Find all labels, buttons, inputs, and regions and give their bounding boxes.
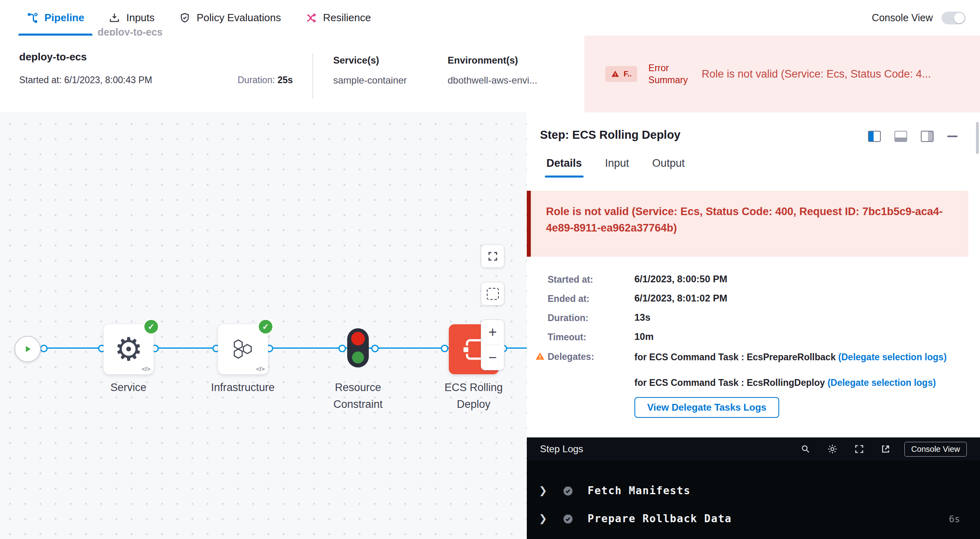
- inputs-icon: [108, 12, 120, 24]
- logs-external-link-icon[interactable]: [880, 444, 891, 454]
- pipeline-icon: [26, 12, 38, 24]
- traffic-light-green-icon: [352, 351, 364, 363]
- code-icon: </>: [142, 365, 150, 372]
- step-panel-title: Step: ECS Rolling Deploy: [540, 128, 680, 142]
- collapse-panel-icon[interactable]: [947, 136, 958, 137]
- log-section-title: Fetch Manifests: [588, 485, 690, 497]
- view-delegate-tasks-logs-button[interactable]: View Delegate Tasks Logs: [634, 397, 779, 418]
- detail-value-started: 6/1/2023, 8:00:50 PM: [634, 273, 727, 285]
- delegate-selection-logs-link[interactable]: (Delegate selection logs): [838, 352, 947, 362]
- services-value[interactable]: sample-container: [333, 75, 407, 86]
- services-label: Service(s): [333, 55, 407, 66]
- tab-inputs-label: Inputs: [126, 12, 155, 24]
- zoom-in-button[interactable]: +: [481, 320, 504, 345]
- pipeline-canvas[interactable]: ⚙ ✓ </> Service ✓ </> Infrastructure Res…: [0, 112, 528, 539]
- canvas-select-button[interactable]: [481, 282, 504, 305]
- step-logs-title: Step Logs: [540, 443, 583, 455]
- tab-pipeline-label: Pipeline: [44, 12, 84, 24]
- chevron-right-icon[interactable]: ❯: [539, 485, 547, 496]
- warning-icon: [611, 70, 620, 78]
- step-error-message: Role is not valid (Service: Ecs, Status …: [527, 191, 968, 257]
- node-resource-constraint[interactable]: [347, 328, 369, 367]
- node-label-resource-constraint: Resource Constraint: [312, 379, 404, 413]
- layout-bottom-fill: [895, 138, 906, 141]
- step-logs-body[interactable]: ❯ Fetch Manifests ❯ Prepare Rollback Dat…: [527, 461, 980, 539]
- layout-left-fill: [869, 132, 874, 141]
- connector-dot: [371, 345, 379, 352]
- log-line[interactable]: ❯ Prepare Rollback Data 6s: [527, 511, 980, 529]
- success-check-icon: ✓: [143, 319, 159, 335]
- layout-left-icon[interactable]: [868, 131, 881, 142]
- node-label-service: Service: [82, 379, 174, 396]
- connector-dot: [441, 345, 448, 352]
- header-divider: [312, 53, 313, 99]
- started-at: Started at: 6/1/2023, 8:00:43 PM: [19, 75, 152, 86]
- logs-console-view-button[interactable]: Console View: [904, 442, 967, 457]
- panel-layout-controls: [868, 131, 958, 142]
- tab-resilience[interactable]: Resilience: [293, 0, 383, 36]
- gear-icon: ⚙: [114, 333, 143, 365]
- node-infrastructure[interactable]: ✓ </>: [218, 324, 268, 374]
- detail-value-timeout: 10m: [634, 331, 654, 342]
- layout-right-icon[interactable]: [921, 131, 934, 142]
- detail-label-started: Started at:: [548, 274, 593, 285]
- error-summary-section: F.. Error Summary Role is not valid (Ser…: [584, 36, 980, 112]
- detail-value-duration: 13s: [634, 312, 650, 323]
- failed-badge: F..: [605, 66, 637, 82]
- duration-value: 25s: [278, 75, 293, 85]
- detail-label-delegates: Delegates:: [548, 351, 594, 362]
- node-label-infrastructure: Infrastructure: [197, 379, 289, 396]
- fullscreen-icon: [487, 251, 498, 262]
- step-details-panel: Step: ECS Rolling Deploy Details Input O…: [527, 112, 980, 539]
- logs-search-icon[interactable]: [800, 444, 811, 454]
- hexagons-icon: [230, 337, 256, 361]
- node-service[interactable]: ⚙ ✓ </>: [104, 324, 154, 374]
- tab-details[interactable]: Details: [546, 157, 582, 178]
- delegate-entry-text: for ECS Command Task : EcsPrepareRollbac…: [634, 352, 838, 362]
- delegates-warning-icon: [535, 351, 545, 361]
- tab-policy-evaluations[interactable]: Policy Evaluations: [167, 0, 293, 36]
- nav-tabs: Pipeline Inputs Policy Evaluations Resil…: [14, 0, 383, 36]
- console-view-toggle[interactable]: [942, 12, 966, 24]
- duration-label: Duration:: [238, 75, 275, 85]
- canvas-fullscreen-button[interactable]: [481, 244, 504, 268]
- detail-label-timeout: Timeout:: [548, 332, 586, 343]
- chevron-right-icon[interactable]: ❯: [539, 513, 547, 524]
- shield-check-icon: [179, 12, 191, 24]
- tab-resilience-label: Resilience: [323, 12, 371, 24]
- detail-label-ended: Ended at:: [548, 293, 590, 304]
- log-section-duration: 6s: [949, 514, 960, 524]
- error-summary-label: Error Summary: [648, 62, 690, 86]
- log-line[interactable]: ❯ Fetch Manifests: [527, 483, 980, 501]
- connector-dot: [40, 345, 48, 352]
- logs-fullscreen-icon[interactable]: [854, 444, 864, 454]
- panel-scrollbar[interactable]: [976, 122, 979, 154]
- duration: Duration: 25s: [238, 75, 293, 86]
- delegate-entry-text: for ECS Command Task : EcsRollingDeploy: [634, 377, 828, 388]
- tab-inputs[interactable]: Inputs: [96, 0, 167, 36]
- tab-output[interactable]: Output: [652, 157, 685, 178]
- canvas-zoom-controls: + −: [481, 319, 504, 370]
- delegate-selection-logs-link[interactable]: (Delegate selection logs): [828, 377, 936, 388]
- zoom-out-button[interactable]: −: [481, 345, 504, 370]
- top-nav: deploy-to-ecs Pipeline Inputs Policy Eva…: [0, 0, 980, 36]
- marquee-icon: [487, 288, 499, 300]
- logs-settings-icon[interactable]: [827, 443, 838, 455]
- environments-label: Environment(s): [448, 55, 537, 66]
- console-view-label: Console View: [872, 12, 933, 24]
- log-success-icon: [562, 513, 574, 525]
- environments-value[interactable]: dbothwell-aws-envi...: [448, 75, 537, 86]
- nav-right: Console View: [872, 0, 966, 36]
- pipeline-start-node[interactable]: [14, 336, 41, 362]
- step-tabs: Details Input Output: [546, 157, 685, 178]
- delegate-entry: for ECS Command Task : EcsPrepareRollbac…: [634, 351, 954, 364]
- services-column: Service(s) sample-container: [333, 55, 407, 86]
- tab-pipeline[interactable]: Pipeline: [14, 0, 96, 36]
- log-section-title: Prepare Rollback Data: [588, 513, 732, 525]
- app-root: deploy-to-ecs Pipeline Inputs Policy Eva…: [0, 0, 980, 539]
- code-icon: </>: [256, 365, 265, 372]
- tab-input[interactable]: Input: [605, 157, 629, 178]
- started-at-label: Started at:: [19, 75, 62, 85]
- tab-policy-evaluations-label: Policy Evaluations: [197, 12, 281, 24]
- layout-bottom-icon[interactable]: [894, 131, 907, 142]
